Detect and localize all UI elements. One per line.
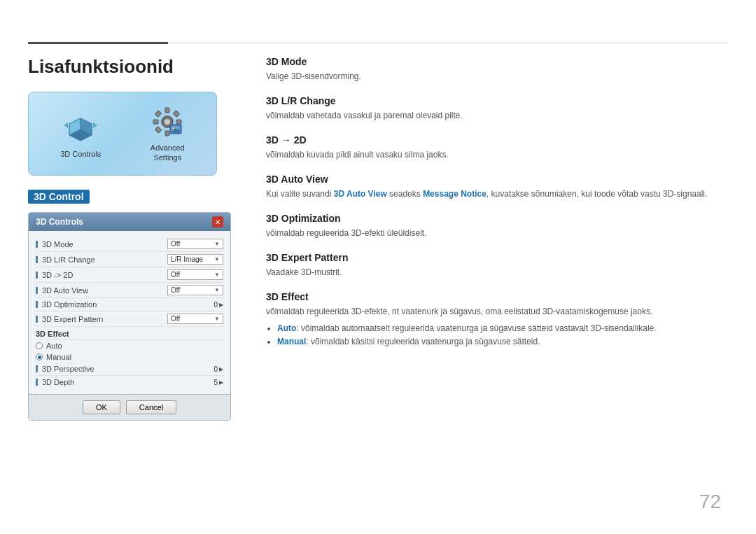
- link-manual: Manual: [277, 337, 306, 346]
- section-label: 3D Control: [28, 190, 90, 204]
- svg-rect-8: [165, 108, 169, 113]
- dialog-close-button[interactable]: ✕: [212, 216, 223, 227]
- dialog-section-3d-effect: 3D Effect: [36, 327, 223, 340]
- entry-title-3d-effect: 3D Effect: [266, 291, 728, 302]
- entry-3d-optimization: 3D Optimization võimaldab reguleerida 3D…: [266, 213, 728, 239]
- svg-point-7: [164, 119, 170, 125]
- entry-desc-3d-auto-view: Kui valite suvandi 3D Auto View seadeks …: [266, 188, 728, 200]
- select-3d-to-2d[interactable]: Off▼: [167, 269, 223, 280]
- rule-right: [168, 43, 728, 43]
- svg-rect-10: [153, 120, 158, 124]
- perspective-arrow[interactable]: ▶: [219, 366, 223, 372]
- entry-3d-to-2d: 3D → 2D võimaldab kuvada pildi ainult va…: [266, 134, 728, 161]
- entry-3d-effect: 3D Effect võimaldab reguleerida 3D-efekt…: [266, 291, 728, 349]
- dialog-row-3d-perspective: 3D Perspective 0 ▶: [36, 363, 223, 376]
- link-auto: Auto: [277, 323, 296, 333]
- entry-desc-3d-lr-change: võimaldab vahetada vasakul ja paremal ol…: [266, 109, 728, 122]
- left-column: Lisafunktsioonid 3D Controls: [28, 56, 245, 421]
- svg-rect-12: [155, 111, 162, 117]
- dialog-row-3d-to-2d: 3D -> 2D Off▼: [36, 267, 223, 283]
- radio-manual-dot[interactable]: [36, 353, 43, 360]
- depth-arrow[interactable]: ▶: [219, 379, 223, 386]
- dialog-row-3d-lr: 3D L/R Change L/R Image▼: [36, 252, 223, 267]
- bullet-auto: Auto: võimaldab automaatselt reguleerida…: [277, 322, 728, 335]
- entry-title-3d-lr-change: 3D L/R Change: [266, 95, 728, 106]
- dialog-row-3d-optimization: 3D Optimization 0 ▶: [36, 298, 223, 311]
- icon-label-advanced-settings: Advanced Settings: [150, 143, 185, 163]
- link-3d-auto-view: 3D Auto View: [334, 189, 387, 199]
- entry-3d-expert-pattern: 3D Expert Pattern Vaadake 3D-mustrit.: [266, 252, 728, 279]
- icon-label-3d-controls: 3D Controls: [60, 149, 101, 159]
- icon-item-3d-controls: 3D Controls: [60, 108, 101, 159]
- dialog-cancel-button[interactable]: Cancel: [126, 400, 176, 414]
- icon-panel: 3D Controls: [28, 92, 217, 176]
- radio-manual-label: Manual: [46, 353, 71, 361]
- link-message-notice: Message Notice: [423, 189, 486, 199]
- radio-auto: Auto: [36, 340, 223, 351]
- radio-manual: Manual: [36, 351, 223, 363]
- select-3d-lr[interactable]: L/R Image▼: [167, 254, 223, 265]
- svg-rect-14: [155, 127, 162, 133]
- entry-desc-3d-mode: Valige 3D-sisendvorming.: [266, 70, 728, 83]
- select-3d-expert[interactable]: Off▼: [167, 314, 223, 324]
- cube-icon: [62, 108, 99, 145]
- radio-auto-dot[interactable]: [36, 342, 43, 349]
- svg-rect-11: [176, 120, 181, 124]
- entry-desc-3d-effect: võimaldab reguleerida 3D-efekte, nt vaat…: [266, 305, 728, 349]
- svg-rect-13: [174, 111, 180, 117]
- entry-desc-3d-expert-pattern: Vaadake 3D-mustrit.: [266, 266, 728, 279]
- bullet-list-3d-effect: Auto: võimaldab automaatselt reguleerida…: [266, 322, 728, 349]
- dialog-titlebar: 3D Controls ✕: [29, 213, 230, 231]
- rule-left: [28, 42, 168, 44]
- entry-title-3d-expert-pattern: 3D Expert Pattern: [266, 252, 728, 263]
- entry-title-3d-auto-view: 3D Auto View: [266, 174, 728, 185]
- radio-auto-label: Auto: [46, 342, 62, 350]
- icon-item-advanced-settings: Advanced Settings: [150, 105, 185, 163]
- optimization-arrow[interactable]: ▶: [219, 302, 223, 308]
- svg-point-19: [173, 127, 175, 129]
- entry-3d-lr-change: 3D L/R Change võimaldab vahetada vasakul…: [266, 95, 728, 122]
- page-title: Lisafunktsioonid: [28, 56, 245, 78]
- gear-icon: [150, 105, 184, 139]
- svg-marker-5: [93, 122, 97, 128]
- select-3d-auto-view[interactable]: Off▼: [167, 285, 223, 295]
- dialog-row-3d-auto-view: 3D Auto View Off▼: [36, 283, 223, 298]
- dialog-body: 3D Mode Off▼ 3D L/R Change L/R Image▼ 3D…: [29, 231, 230, 394]
- entry-desc-3d-optimization: võimaldab reguleerida 3D-efekti üleüldis…: [266, 227, 728, 239]
- entry-3d-mode: 3D Mode Valige 3D-sisendvorming.: [266, 56, 728, 83]
- dialog-title: 3D Controls: [36, 217, 83, 227]
- dialog-row-3d-expert: 3D Expert Pattern Off▼: [36, 311, 223, 327]
- entry-desc-3d-to-2d: võimaldab kuvada pildi ainult vasaku sil…: [266, 148, 728, 161]
- dialog-row-3d-depth: 3D Depth 5 ▶: [36, 376, 223, 388]
- dialog-3d-controls: 3D Controls ✕ 3D Mode Off▼ 3D L/R Change…: [28, 212, 231, 421]
- entry-title-3d-to-2d: 3D → 2D: [266, 134, 728, 146]
- bullet-manual: Manual: võimaldab käsitsi reguleerida va…: [277, 335, 728, 349]
- entry-title-3d-mode: 3D Mode: [266, 56, 728, 67]
- svg-marker-4: [64, 122, 68, 128]
- select-3d-mode[interactable]: Off▼: [167, 239, 223, 249]
- dialog-ok-button[interactable]: OK: [83, 400, 120, 414]
- top-rules: [28, 42, 728, 44]
- right-column: 3D Mode Valige 3D-sisendvorming. 3D L/R …: [266, 56, 728, 361]
- entry-3d-auto-view: 3D Auto View Kui valite suvandi 3D Auto …: [266, 174, 728, 200]
- dialog-footer: OK Cancel: [29, 394, 230, 420]
- entry-title-3d-optimization: 3D Optimization: [266, 213, 728, 224]
- page-number: 72: [699, 491, 721, 513]
- svg-rect-9: [165, 131, 169, 136]
- dialog-row-3d-mode: 3D Mode Off▼: [36, 237, 223, 252]
